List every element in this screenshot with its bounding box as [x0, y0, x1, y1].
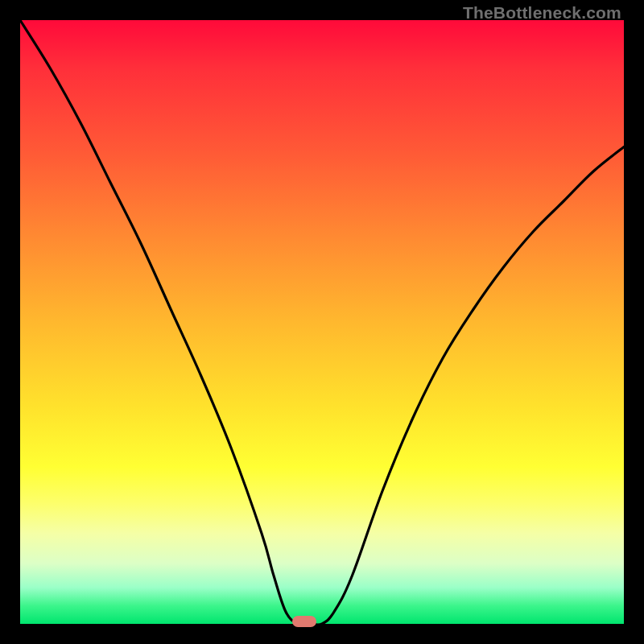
bottleneck-curve	[20, 20, 624, 624]
chart-frame: TheBottleneck.com	[0, 0, 644, 644]
attribution-text: TheBottleneck.com	[463, 3, 621, 23]
minimum-marker	[292, 616, 316, 627]
plot-area	[20, 20, 624, 624]
